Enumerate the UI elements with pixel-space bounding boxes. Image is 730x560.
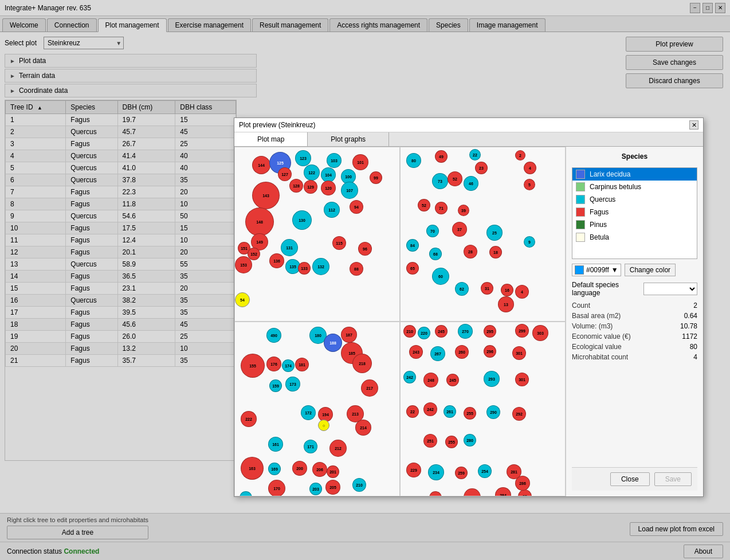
tree-node[interactable]: 127 <box>278 167 292 181</box>
tree-node[interactable]: 170 <box>268 480 285 496</box>
modal-tab-plot-graphs[interactable]: Plot graphs <box>308 132 389 146</box>
tree-node[interactable]: 254 <box>478 464 492 478</box>
tree-node[interactable]: 243 <box>409 345 423 359</box>
tree-node[interactable]: 112 <box>324 202 340 218</box>
tree-node[interactable]: 260 <box>455 345 469 359</box>
tree-node[interactable]: 52 <box>448 171 462 186</box>
tree-node[interactable]: 133 <box>298 262 311 275</box>
tree-node[interactable]: 148 <box>245 207 274 236</box>
species-item-quercus[interactable]: Quercus <box>572 193 697 206</box>
tree-node[interactable]: 96 <box>358 242 372 256</box>
tree-node[interactable]: 214 <box>355 420 371 436</box>
tree-node[interactable]: 206 <box>312 462 327 477</box>
tree-node[interactable]: 4 <box>524 162 536 174</box>
tree-node[interactable]: 16 <box>501 284 513 296</box>
tree-node[interactable]: 169 <box>268 463 281 475</box>
tree-node[interactable]: 303 <box>532 325 548 341</box>
tree-node[interactable]: 205 <box>325 480 340 495</box>
tree-node[interactable]: 46 <box>464 176 478 191</box>
tree-node[interactable]: 22 <box>406 405 419 418</box>
tree-node[interactable]: 242 <box>403 371 416 383</box>
tree-node[interactable]: 60 <box>432 268 449 285</box>
tree-node[interactable]: 70 <box>426 225 439 237</box>
modal-close-button[interactable]: ✕ <box>689 120 698 130</box>
tree-node[interactable]: 131 <box>281 239 298 256</box>
tree-node[interactable]: 25 <box>486 225 503 241</box>
tree-node[interactable]: 210 <box>352 478 366 492</box>
tree-node[interactable]: 203 <box>309 483 322 495</box>
tree-node[interactable]: 299 <box>515 324 529 338</box>
tree-node[interactable]: 251 <box>423 434 437 448</box>
tree-node[interactable]: 255 <box>445 436 458 448</box>
tree-node[interactable]: 270 <box>458 324 473 339</box>
tree-node[interactable]: 284 <box>495 487 511 496</box>
tree-node[interactable]: 242 <box>423 402 437 416</box>
tree-node[interactable]: 220 <box>418 327 430 339</box>
tree-node[interactable]: 4 <box>515 285 529 299</box>
tree-node[interactable]: 301 <box>515 373 529 386</box>
tree-node[interactable]: 153 <box>235 256 252 273</box>
tree-node[interactable]: 62 <box>455 282 469 296</box>
tree-node[interactable]: 261 <box>444 405 456 418</box>
tree-node[interactable]: 245 <box>446 374 459 386</box>
tree-node[interactable]: 107 <box>341 182 358 199</box>
tree-node[interactable]: 132 <box>312 258 329 275</box>
tree-node[interactable]: 301 <box>512 346 526 360</box>
tree-node[interactable]: 18 <box>489 246 502 259</box>
tree-node[interactable]: 49 <box>435 150 448 163</box>
tree-node[interactable]: 136 <box>269 253 284 268</box>
tree-node[interactable]: 71 <box>435 202 448 214</box>
tree-node[interactable]: 255 <box>464 407 476 420</box>
tree-node[interactable]: 161 <box>268 437 283 452</box>
modal-tab-plot-map[interactable]: Plot map <box>234 132 308 146</box>
tree-node[interactable]: 9 <box>524 236 535 248</box>
tree-node[interactable]: 172 <box>301 405 316 420</box>
tree-node[interactable]: 200 <box>292 461 307 476</box>
tree-node[interactable]: 94 <box>350 200 363 214</box>
tree-node[interactable]: 28 <box>464 245 477 259</box>
tree-node[interactable]: 229 <box>406 463 421 477</box>
tree-node[interactable]: 286 <box>515 476 530 491</box>
tree-node[interactable]: 181 <box>295 358 309 371</box>
tree-node[interactable]: 68 <box>429 248 442 260</box>
tree-node[interactable]: 188 <box>324 334 342 352</box>
tree-node[interactable]: 115 <box>332 236 346 250</box>
tree-node[interactable]: 84 <box>406 239 419 252</box>
tree-node[interactable]: 54 <box>235 292 250 307</box>
tree-node[interactable]: 13 <box>498 296 514 312</box>
species-item-carpinus[interactable]: Carpinus betulus <box>572 181 697 193</box>
tree-node[interactable]: 120 <box>321 181 336 195</box>
tree-node[interactable]: 2 <box>515 150 525 160</box>
tree-node[interactable]: 259 <box>455 467 468 479</box>
tree-node[interactable]: 88 <box>350 262 363 276</box>
tree-node[interactable]: 233 <box>429 491 442 496</box>
tree-node[interactable]: 295 <box>484 325 496 338</box>
species-language-select[interactable] <box>643 283 697 295</box>
tree-node[interactable]: 173 <box>285 377 300 391</box>
tree-node[interactable]: 143 <box>252 182 280 209</box>
tree-node[interactable]: 65 <box>406 262 419 275</box>
tree-node[interactable]: 217 <box>361 379 378 397</box>
modal-save-button[interactable]: Save <box>654 472 692 486</box>
tree-node[interactable]: 267 <box>430 346 445 361</box>
tree-node[interactable]: 280 <box>464 434 476 447</box>
tree-node[interactable]: 222 <box>241 411 257 427</box>
species-item-fagus[interactable]: Fagus <box>572 206 697 218</box>
tree-node[interactable]: 57 <box>240 491 252 496</box>
tree-node[interactable]: 103 <box>327 153 342 168</box>
tree-node[interactable]: 245 <box>435 325 448 338</box>
tree-node[interactable]: 490 <box>266 328 281 343</box>
tree-node[interactable]: 290 <box>486 405 500 419</box>
tree-node[interactable]: 101 <box>352 154 368 170</box>
species-item-betula[interactable]: Betula <box>572 231 697 244</box>
species-item-larix[interactable]: Larix decidua <box>572 168 697 181</box>
species-list[interactable]: Larix decidua Carpinus betulus Quercus F… <box>572 167 697 259</box>
tree-node[interactable]: 144 <box>252 156 270 174</box>
tree-node[interactable]: 296 <box>484 345 496 358</box>
tree-node[interactable]: 163 <box>241 457 264 480</box>
color-input[interactable]: #0099ff ▼ <box>572 264 621 276</box>
tree-node[interactable]: ○ <box>318 420 329 431</box>
modal-close-action-button[interactable]: Close <box>610 472 650 486</box>
tree-node[interactable]: 129 <box>304 180 317 194</box>
change-color-button[interactable]: Change color <box>625 264 676 276</box>
